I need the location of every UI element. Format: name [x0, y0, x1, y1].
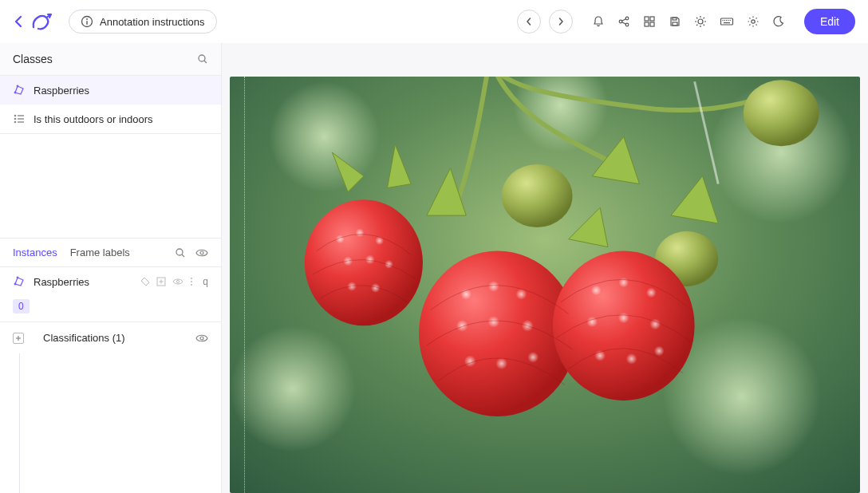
edit-button[interactable]: Edit	[804, 9, 855, 34]
svg-rect-40	[18, 121, 24, 122]
svg-rect-36	[18, 115, 24, 116]
svg-rect-28	[730, 20, 731, 21]
classes-panel-header: Classes	[0, 43, 221, 76]
svg-line-32	[204, 61, 207, 63]
class-label: Raspberries	[34, 85, 89, 97]
svg-point-14	[698, 19, 703, 24]
visibility-icon[interactable]	[195, 333, 208, 344]
svg-point-68	[331, 231, 349, 248]
svg-line-22	[703, 18, 704, 18]
toolbar-icons	[592, 15, 785, 28]
svg-point-1	[86, 18, 88, 20]
classifications-tree	[19, 353, 221, 493]
classifications-row[interactable]: Classifications (1)	[0, 321, 221, 353]
polygon-icon	[13, 275, 26, 288]
annotation-instructions-button[interactable]: Annotation instructions	[69, 10, 217, 34]
svg-rect-2	[86, 21, 87, 25]
svg-point-93	[649, 341, 669, 361]
search-icon[interactable]	[175, 247, 186, 258]
classifications-label: Classifications (1)	[43, 332, 186, 344]
grid-icon[interactable]	[643, 15, 656, 28]
svg-point-79	[451, 314, 475, 338]
svg-rect-8	[645, 17, 649, 21]
canvas[interactable]	[222, 43, 868, 493]
annotation-label: Annotation instructions	[100, 16, 205, 28]
svg-point-87	[641, 282, 661, 303]
tag-icon[interactable]	[140, 277, 150, 286]
svg-point-50	[191, 278, 192, 279]
save-icon[interactable]	[669, 15, 681, 28]
gear-icon[interactable]	[747, 15, 760, 28]
class-item-raspberries[interactable]: Raspberries	[0, 76, 221, 105]
brightness-icon[interactable]	[694, 15, 707, 28]
class-item-outdoors-indoors[interactable]: Is this outdoors or indoors	[0, 105, 221, 133]
svg-point-60	[230, 325, 356, 452]
tab-instances[interactable]: Instances	[13, 246, 57, 258]
svg-point-49	[177, 280, 180, 282]
sidebar: Classes Raspberries Is this outdoors or …	[0, 43, 222, 493]
svg-point-37	[14, 118, 17, 120]
visibility-icon[interactable]	[195, 247, 208, 258]
instance-count-badge: 0	[13, 299, 30, 314]
svg-point-77	[483, 275, 505, 298]
svg-point-39	[14, 121, 17, 124]
svg-point-62	[502, 164, 573, 227]
svg-point-82	[458, 349, 482, 373]
svg-rect-29	[724, 22, 730, 23]
search-icon[interactable]	[197, 53, 208, 65]
bell-icon[interactable]	[592, 15, 605, 28]
svg-point-78	[511, 283, 533, 306]
svg-point-70	[371, 232, 389, 250]
svg-rect-27	[728, 20, 728, 21]
keyboard-icon[interactable]	[720, 15, 734, 28]
svg-line-6	[621, 19, 625, 21]
svg-rect-38	[18, 118, 24, 119]
instances-tabs: Instances Frame labels	[0, 238, 221, 267]
classes-title: Classes	[13, 53, 197, 65]
next-button[interactable]	[549, 10, 573, 34]
svg-point-43	[200, 251, 203, 254]
back-chevron-icon[interactable]	[13, 15, 24, 28]
polygon-icon	[13, 84, 26, 97]
svg-point-35	[14, 115, 17, 117]
svg-rect-25	[724, 20, 725, 21]
topbar: Annotation instructions Edit	[0, 0, 868, 43]
svg-point-74	[342, 277, 361, 296]
shortcut-key: q	[203, 276, 208, 287]
svg-rect-9	[650, 17, 654, 21]
svg-point-30	[752, 20, 755, 23]
svg-rect-12	[673, 18, 677, 20]
svg-point-41	[176, 249, 183, 255]
expand-icon[interactable]	[13, 333, 24, 344]
prev-button[interactable]	[517, 10, 541, 34]
svg-line-42	[182, 254, 184, 257]
svg-rect-11	[650, 22, 654, 26]
class-label: Is this outdoors or indoors	[34, 113, 153, 125]
classification-icon	[13, 112, 26, 125]
svg-point-76	[455, 283, 477, 306]
svg-rect-23	[720, 18, 732, 25]
svg-point-86	[614, 272, 634, 293]
svg-point-45	[17, 277, 19, 279]
share-icon[interactable]	[617, 15, 630, 28]
image-surface[interactable]	[230, 77, 860, 493]
svg-line-21	[696, 25, 697, 26]
instance-label: Raspberries	[34, 276, 132, 288]
visibility-icon[interactable]	[172, 277, 183, 286]
svg-line-19	[696, 18, 697, 18]
more-icon[interactable]	[190, 277, 193, 286]
svg-rect-10	[645, 22, 649, 26]
instance-count-row: 0	[0, 296, 221, 321]
instance-row-raspberries[interactable]: Raspberries q	[0, 267, 221, 296]
svg-point-44	[14, 283, 17, 286]
svg-point-34	[17, 85, 19, 88]
nav-circles	[517, 10, 573, 34]
tab-frame-labels[interactable]: Frame labels	[70, 246, 130, 258]
svg-point-55	[200, 337, 203, 340]
add-box-icon[interactable]	[156, 277, 166, 286]
svg-point-51	[191, 281, 192, 282]
moon-icon[interactable]	[772, 15, 785, 28]
logo-area	[13, 11, 54, 32]
svg-rect-26	[726, 20, 727, 21]
svg-point-91	[589, 345, 611, 367]
